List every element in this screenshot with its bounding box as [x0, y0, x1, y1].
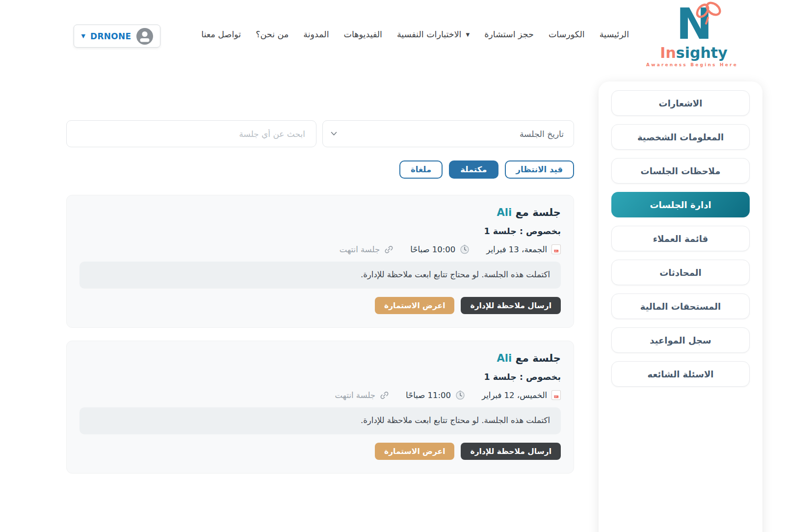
session-actions: ارسال ملاحظة للإدارة اعرض الاستمارة: [79, 443, 561, 460]
view-form-button[interactable]: اعرض الاستمارة: [375, 443, 455, 460]
session-date-select[interactable]: تاريخ الجلسة: [322, 120, 574, 147]
session-subject: بخصوص : جلسة 1: [79, 372, 561, 382]
nav-item-courses[interactable]: الكورسات: [549, 29, 585, 39]
sidebar-item-clients-list[interactable]: قائمة العملاء: [611, 226, 750, 251]
sidebar-item-faq[interactable]: الاسئلة الشائعه: [611, 361, 750, 387]
clock-icon: [460, 244, 470, 254]
session-status: جلسة انتهت: [335, 391, 389, 400]
tab-cancelled[interactable]: ملغاة: [399, 160, 443, 179]
send-note-button[interactable]: ارسال ملاحظة للإدارة: [461, 297, 561, 314]
session-meta: JUL 17 الجمعة، 13 فبراير 10:00 صباحًا: [79, 244, 561, 254]
session-date: JUL 17 الخميس، 12 فبراير: [482, 390, 561, 400]
session-controls: تاريخ الجلسة: [66, 120, 574, 147]
session-date: JUL 17 الجمعة، 13 فبراير: [486, 244, 561, 254]
nav-item-contact[interactable]: تواصل معنا: [201, 29, 241, 39]
caret-down-icon: ▼: [81, 33, 85, 39]
nav-item-psych-tests[interactable]: ▼ الاختبارات النفسية: [397, 29, 470, 39]
session-subject: بخصوص : جلسة 1: [79, 226, 561, 236]
session-meta: JUL 17 الخميس، 12 فبراير 11:00 صباحًا: [79, 390, 561, 400]
session-date-select-label: تاريخ الجلسة: [520, 129, 564, 139]
nav-item-book-consultation[interactable]: حجز استشارة: [484, 29, 534, 39]
avatar-icon: [136, 28, 153, 45]
tab-pending[interactable]: قيد الانتظار: [505, 160, 574, 179]
sidebar-item-session-notes[interactable]: ملاحظات الجلسات: [611, 158, 750, 184]
session-time: 10:00 صباحًا: [410, 244, 470, 254]
user-name: DRNONE: [90, 31, 131, 41]
status-filter-tabs: قيد الانتظار مكتملة ملغاة: [66, 160, 574, 179]
nav-item-videos[interactable]: الفيديوهات: [344, 29, 382, 39]
page: N Insighty Awareness Begins Here الرئيسي…: [0, 0, 786, 532]
nav-item-about[interactable]: من نحن؟: [256, 29, 288, 39]
nav-item-blog[interactable]: المدونة: [303, 29, 329, 39]
link-icon: [384, 245, 393, 254]
session-title: جلسة مع Ali: [79, 207, 561, 218]
search-input[interactable]: [66, 120, 316, 147]
send-note-button[interactable]: ارسال ملاحظة للإدارة: [461, 443, 561, 460]
top-nav: الرئيسية الكورسات حجز استشارة ▼ الاختبار…: [201, 29, 629, 39]
nav-item-home[interactable]: الرئيسية: [600, 29, 629, 39]
session-status: جلسة انتهت: [340, 245, 393, 254]
clock-icon: [455, 390, 465, 400]
session-note: اكتملت هذه الجلسة. لو محتاج تتابع ابعت م…: [79, 407, 561, 434]
tab-completed[interactable]: مكتملة: [449, 160, 498, 179]
client-name: Ali: [497, 352, 512, 364]
sidebar-item-financial-dues[interactable]: المستحقات المالية: [611, 293, 750, 319]
session-time: 11:00 صباحًا: [406, 390, 465, 400]
butterfly-icon: [692, 1, 724, 29]
session-actions: ارسال ملاحظة للإدارة اعرض الاستمارة: [79, 297, 561, 314]
account-sidebar: الاشعارات المعلومات الشخصية ملاحظات الجل…: [599, 81, 762, 532]
session-title: جلسة مع Ali: [79, 352, 561, 364]
sidebar-item-chats[interactable]: المحادثات: [611, 260, 750, 285]
user-menu-button[interactable]: DRNONE ▼: [74, 25, 160, 48]
sidebar-item-session-management[interactable]: ادارة الجلسات: [611, 192, 750, 217]
link-icon: [380, 391, 389, 400]
sessions-main: تاريخ الجلسة قيد الانتظار مكتملة ملغاة ج…: [66, 120, 574, 474]
sidebar-item-notifications[interactable]: الاشعارات: [611, 90, 750, 116]
session-card: جلسة مع Ali بخصوص : جلسة 1 JUL 17 الجمعة…: [66, 195, 574, 328]
sidebar-item-personal-info[interactable]: المعلومات الشخصية: [611, 124, 750, 150]
view-form-button[interactable]: اعرض الاستمارة: [375, 297, 455, 314]
logo-tagline: Awareness Begins Here: [650, 62, 738, 67]
session-note: اكتملت هذه الجلسة. لو محتاج تتابع ابعت م…: [79, 262, 561, 289]
client-name: Ali: [497, 207, 512, 218]
chevron-down-icon: [331, 132, 337, 136]
logo-word-accent: In: [660, 44, 676, 61]
brand-logo[interactable]: N Insighty Awareness Begins Here: [650, 3, 738, 67]
sidebar-item-appointments-log[interactable]: سجل المواعيد: [611, 327, 750, 353]
calendar-icon: JUL 17: [551, 244, 561, 254]
logo-mark: N: [650, 3, 738, 45]
session-card: جلسة مع Ali بخصوص : جلسة 1 JUL 17 الخميس…: [66, 341, 574, 474]
caret-down-icon: ▼: [466, 32, 470, 37]
calendar-icon: JUL 17: [551, 390, 561, 400]
